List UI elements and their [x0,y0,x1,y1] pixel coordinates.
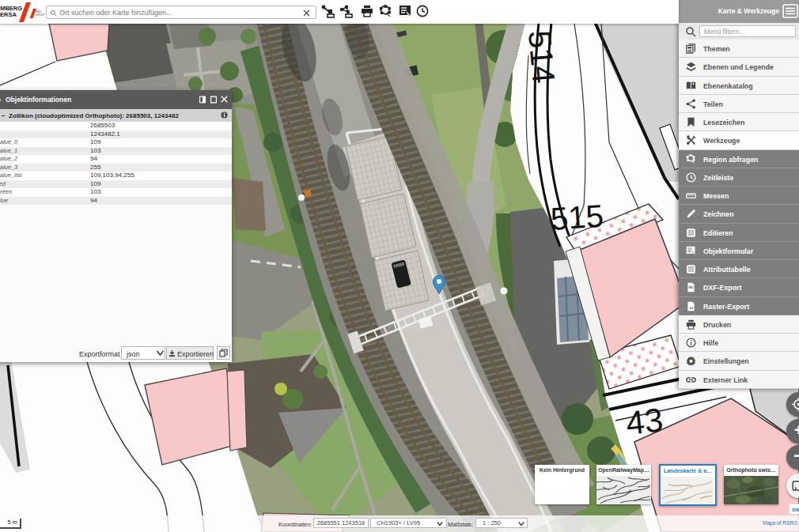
svg-text:514: 514 [522,29,562,85]
svg-text:515: 515 [549,198,604,236]
svg-text:43: 43 [624,401,665,442]
svg-text:DXF: DXF [689,286,694,289]
